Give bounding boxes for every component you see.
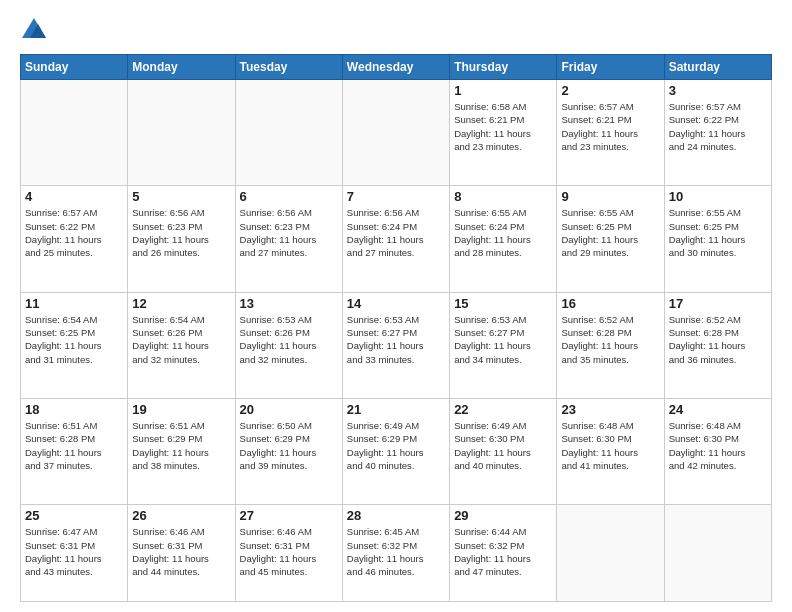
day-number: 21 xyxy=(347,402,445,417)
header xyxy=(20,16,772,44)
day-number: 2 xyxy=(561,83,659,98)
calendar-cell: 22Sunrise: 6:49 AM Sunset: 6:30 PM Dayli… xyxy=(450,398,557,504)
day-number: 17 xyxy=(669,296,767,311)
weekday-header: Monday xyxy=(128,55,235,80)
calendar-cell: 5Sunrise: 6:56 AM Sunset: 6:23 PM Daylig… xyxy=(128,186,235,292)
calendar-cell: 10Sunrise: 6:55 AM Sunset: 6:25 PM Dayli… xyxy=(664,186,771,292)
calendar-cell: 6Sunrise: 6:56 AM Sunset: 6:23 PM Daylig… xyxy=(235,186,342,292)
day-info: Sunrise: 6:54 AM Sunset: 6:25 PM Dayligh… xyxy=(25,313,123,366)
day-number: 13 xyxy=(240,296,338,311)
calendar-cell: 18Sunrise: 6:51 AM Sunset: 6:28 PM Dayli… xyxy=(21,398,128,504)
day-info: Sunrise: 6:53 AM Sunset: 6:27 PM Dayligh… xyxy=(454,313,552,366)
day-number: 29 xyxy=(454,508,552,523)
day-info: Sunrise: 6:52 AM Sunset: 6:28 PM Dayligh… xyxy=(669,313,767,366)
day-info: Sunrise: 6:47 AM Sunset: 6:31 PM Dayligh… xyxy=(25,525,123,578)
calendar-cell: 8Sunrise: 6:55 AM Sunset: 6:24 PM Daylig… xyxy=(450,186,557,292)
calendar-cell: 9Sunrise: 6:55 AM Sunset: 6:25 PM Daylig… xyxy=(557,186,664,292)
calendar-cell: 1Sunrise: 6:58 AM Sunset: 6:21 PM Daylig… xyxy=(450,80,557,186)
day-number: 16 xyxy=(561,296,659,311)
weekday-header: Sunday xyxy=(21,55,128,80)
calendar-cell: 4Sunrise: 6:57 AM Sunset: 6:22 PM Daylig… xyxy=(21,186,128,292)
calendar-cell: 27Sunrise: 6:46 AM Sunset: 6:31 PM Dayli… xyxy=(235,505,342,602)
calendar-cell: 28Sunrise: 6:45 AM Sunset: 6:32 PM Dayli… xyxy=(342,505,449,602)
calendar-cell: 17Sunrise: 6:52 AM Sunset: 6:28 PM Dayli… xyxy=(664,292,771,398)
day-info: Sunrise: 6:48 AM Sunset: 6:30 PM Dayligh… xyxy=(669,419,767,472)
day-info: Sunrise: 6:52 AM Sunset: 6:28 PM Dayligh… xyxy=(561,313,659,366)
day-info: Sunrise: 6:51 AM Sunset: 6:29 PM Dayligh… xyxy=(132,419,230,472)
day-number: 28 xyxy=(347,508,445,523)
day-info: Sunrise: 6:55 AM Sunset: 6:24 PM Dayligh… xyxy=(454,206,552,259)
day-info: Sunrise: 6:44 AM Sunset: 6:32 PM Dayligh… xyxy=(454,525,552,578)
weekday-header: Tuesday xyxy=(235,55,342,80)
day-number: 25 xyxy=(25,508,123,523)
calendar-cell: 3Sunrise: 6:57 AM Sunset: 6:22 PM Daylig… xyxy=(664,80,771,186)
day-info: Sunrise: 6:57 AM Sunset: 6:21 PM Dayligh… xyxy=(561,100,659,153)
day-info: Sunrise: 6:50 AM Sunset: 6:29 PM Dayligh… xyxy=(240,419,338,472)
day-number: 8 xyxy=(454,189,552,204)
weekday-header: Saturday xyxy=(664,55,771,80)
day-number: 9 xyxy=(561,189,659,204)
calendar-cell: 29Sunrise: 6:44 AM Sunset: 6:32 PM Dayli… xyxy=(450,505,557,602)
calendar-cell: 7Sunrise: 6:56 AM Sunset: 6:24 PM Daylig… xyxy=(342,186,449,292)
day-number: 1 xyxy=(454,83,552,98)
calendar-cell: 20Sunrise: 6:50 AM Sunset: 6:29 PM Dayli… xyxy=(235,398,342,504)
day-number: 12 xyxy=(132,296,230,311)
day-info: Sunrise: 6:57 AM Sunset: 6:22 PM Dayligh… xyxy=(25,206,123,259)
day-number: 6 xyxy=(240,189,338,204)
day-number: 14 xyxy=(347,296,445,311)
day-number: 22 xyxy=(454,402,552,417)
day-info: Sunrise: 6:55 AM Sunset: 6:25 PM Dayligh… xyxy=(669,206,767,259)
day-info: Sunrise: 6:51 AM Sunset: 6:28 PM Dayligh… xyxy=(25,419,123,472)
calendar-cell xyxy=(21,80,128,186)
day-info: Sunrise: 6:56 AM Sunset: 6:24 PM Dayligh… xyxy=(347,206,445,259)
day-info: Sunrise: 6:49 AM Sunset: 6:29 PM Dayligh… xyxy=(347,419,445,472)
day-info: Sunrise: 6:49 AM Sunset: 6:30 PM Dayligh… xyxy=(454,419,552,472)
day-info: Sunrise: 6:46 AM Sunset: 6:31 PM Dayligh… xyxy=(240,525,338,578)
day-info: Sunrise: 6:46 AM Sunset: 6:31 PM Dayligh… xyxy=(132,525,230,578)
day-number: 20 xyxy=(240,402,338,417)
day-number: 5 xyxy=(132,189,230,204)
day-info: Sunrise: 6:57 AM Sunset: 6:22 PM Dayligh… xyxy=(669,100,767,153)
day-number: 19 xyxy=(132,402,230,417)
calendar-cell: 26Sunrise: 6:46 AM Sunset: 6:31 PM Dayli… xyxy=(128,505,235,602)
weekday-header: Wednesday xyxy=(342,55,449,80)
day-info: Sunrise: 6:56 AM Sunset: 6:23 PM Dayligh… xyxy=(240,206,338,259)
weekday-header: Friday xyxy=(557,55,664,80)
day-number: 24 xyxy=(669,402,767,417)
day-number: 15 xyxy=(454,296,552,311)
day-number: 26 xyxy=(132,508,230,523)
day-number: 4 xyxy=(25,189,123,204)
calendar-cell: 19Sunrise: 6:51 AM Sunset: 6:29 PM Dayli… xyxy=(128,398,235,504)
calendar-cell xyxy=(128,80,235,186)
day-info: Sunrise: 6:48 AM Sunset: 6:30 PM Dayligh… xyxy=(561,419,659,472)
day-info: Sunrise: 6:58 AM Sunset: 6:21 PM Dayligh… xyxy=(454,100,552,153)
calendar-cell: 12Sunrise: 6:54 AM Sunset: 6:26 PM Dayli… xyxy=(128,292,235,398)
calendar-cell: 25Sunrise: 6:47 AM Sunset: 6:31 PM Dayli… xyxy=(21,505,128,602)
day-info: Sunrise: 6:56 AM Sunset: 6:23 PM Dayligh… xyxy=(132,206,230,259)
calendar-cell: 24Sunrise: 6:48 AM Sunset: 6:30 PM Dayli… xyxy=(664,398,771,504)
logo-icon xyxy=(20,16,48,44)
day-number: 11 xyxy=(25,296,123,311)
weekday-header: Thursday xyxy=(450,55,557,80)
calendar-cell xyxy=(557,505,664,602)
calendar-table: SundayMondayTuesdayWednesdayThursdayFrid… xyxy=(20,54,772,602)
calendar-cell: 14Sunrise: 6:53 AM Sunset: 6:27 PM Dayli… xyxy=(342,292,449,398)
day-number: 18 xyxy=(25,402,123,417)
day-number: 10 xyxy=(669,189,767,204)
calendar-cell: 16Sunrise: 6:52 AM Sunset: 6:28 PM Dayli… xyxy=(557,292,664,398)
calendar-cell: 23Sunrise: 6:48 AM Sunset: 6:30 PM Dayli… xyxy=(557,398,664,504)
day-number: 7 xyxy=(347,189,445,204)
page: SundayMondayTuesdayWednesdayThursdayFrid… xyxy=(0,0,792,612)
calendar-cell: 15Sunrise: 6:53 AM Sunset: 6:27 PM Dayli… xyxy=(450,292,557,398)
calendar-cell xyxy=(664,505,771,602)
calendar-cell: 21Sunrise: 6:49 AM Sunset: 6:29 PM Dayli… xyxy=(342,398,449,504)
calendar-cell: 2Sunrise: 6:57 AM Sunset: 6:21 PM Daylig… xyxy=(557,80,664,186)
logo xyxy=(20,16,52,44)
day-number: 23 xyxy=(561,402,659,417)
day-info: Sunrise: 6:55 AM Sunset: 6:25 PM Dayligh… xyxy=(561,206,659,259)
calendar-cell: 13Sunrise: 6:53 AM Sunset: 6:26 PM Dayli… xyxy=(235,292,342,398)
calendar-cell: 11Sunrise: 6:54 AM Sunset: 6:25 PM Dayli… xyxy=(21,292,128,398)
calendar-cell xyxy=(235,80,342,186)
day-info: Sunrise: 6:45 AM Sunset: 6:32 PM Dayligh… xyxy=(347,525,445,578)
day-info: Sunrise: 6:54 AM Sunset: 6:26 PM Dayligh… xyxy=(132,313,230,366)
